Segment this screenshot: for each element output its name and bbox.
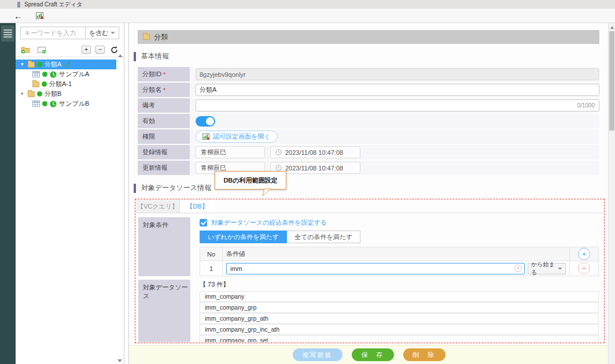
- chevron-down-icon: [558, 268, 562, 270]
- row-category-id: 分類ID *: [138, 67, 599, 81]
- field-label: 更新情報: [138, 161, 190, 175]
- list-item[interactable]: imm_company_grp_set: [200, 335, 599, 342]
- column-no: No: [200, 247, 223, 261]
- datasource-count: 【 73 件】: [200, 280, 599, 289]
- field-label: 登録情報: [138, 145, 190, 159]
- field-label: 権限: [138, 129, 190, 144]
- collapse-all-button[interactable]: −: [95, 46, 105, 54]
- back-arrow-icon[interactable]: ←: [14, 11, 23, 21]
- twisty-down-icon[interactable]: ▾: [21, 91, 25, 96]
- condition-value-input[interactable]: [226, 263, 525, 274]
- match-any-button[interactable]: いずれかの条件を満たす: [200, 231, 287, 243]
- window-title: Spread Craft エディタ: [24, 1, 82, 9]
- folder-icon: [32, 81, 39, 87]
- list-item[interactable]: imm_company: [200, 291, 599, 302]
- open-authorization-screen-button[interactable]: 認可設定画面を開く: [196, 131, 278, 143]
- clear-icon[interactable]: [514, 265, 522, 272]
- copy-new-button[interactable]: 複写新規: [293, 348, 343, 361]
- remove-condition-button[interactable]: −: [578, 262, 590, 274]
- condition-table: No 条件値 + 1: [200, 247, 599, 276]
- add-condition-button[interactable]: +: [578, 248, 590, 260]
- list-item[interactable]: imm_company_grp: [200, 302, 599, 313]
- section-title: 基本情報: [141, 51, 169, 61]
- app-icon: [17, 2, 20, 8]
- page-title: 分類: [154, 32, 168, 42]
- registered-datetime: 2023/11/08 10:47:08: [270, 146, 360, 158]
- tab-db[interactable]: 【DB】: [180, 200, 215, 213]
- tree-toolbar: + −: [16, 43, 124, 57]
- tree-node-label: 分類B: [45, 90, 61, 98]
- spreadsheet-icon[interactable]: [36, 12, 43, 19]
- tree-search-row: を含む: [20, 27, 119, 39]
- row-note: 備考 0/1000: [138, 98, 599, 113]
- spreadsheet-icon: [202, 133, 209, 140]
- grid-sheet-icon: [32, 101, 40, 107]
- category-tree: ▾ 分類A サンプルA 分類A-: [16, 60, 124, 109]
- section-title: 対象データソース情報: [141, 183, 211, 193]
- scrollbar-thumb[interactable]: [609, 31, 614, 131]
- match-all-button[interactable]: 全ての条件を満たす: [287, 231, 360, 243]
- tree-node-category-b[interactable]: ▾ 分類B: [16, 89, 116, 99]
- match-type-dropdown[interactable]: から始まる: [528, 263, 566, 274]
- list-item[interactable]: imm_company_grp_ath: [200, 313, 599, 324]
- clock-icon: [275, 165, 282, 171]
- add-category-icon[interactable]: [21, 46, 30, 54]
- status-dot-icon: [42, 101, 47, 106]
- match-mode-segmented-control: いずれかの条件を満たす 全ての条件を満たす: [200, 231, 599, 243]
- menu-hamburger-icon[interactable]: [1, 25, 14, 42]
- twisty-down-icon[interactable]: ▾: [21, 62, 25, 67]
- clock-icon: [275, 149, 282, 155]
- chevron-down-icon: [111, 32, 115, 34]
- tree-node-category-a-1[interactable]: 分類A-1: [16, 79, 116, 89]
- note-field[interactable]: [196, 99, 599, 112]
- tree-node-label: 分類A: [45, 60, 61, 69]
- registered-user: 青柳辰巳: [196, 146, 265, 158]
- main-scrollbar[interactable]: [608, 23, 615, 364]
- field-label: 分類名 *: [138, 83, 190, 97]
- match-type-value: を含む: [89, 29, 109, 38]
- char-counter: 0/1000: [577, 102, 595, 109]
- tree-node-sample-b[interactable]: サンプルB: [16, 99, 116, 109]
- row-updated: 更新情報 青柳辰巳 2023/11/08 10:47:08: [138, 161, 599, 175]
- status-dot-icon: [37, 91, 42, 96]
- scroll-up-icon[interactable]: [610, 26, 614, 29]
- folder-icon: [143, 34, 150, 40]
- pencil-icon: [64, 61, 71, 68]
- datasource-tabbar: 【VCクエリ】 【DB】: [136, 200, 603, 213]
- tree-node-category-a[interactable]: ▾ 分類A: [16, 60, 116, 69]
- match-type-select[interactable]: を含む: [86, 27, 119, 39]
- category-name-field[interactable]: [196, 84, 599, 96]
- folder-icon: [28, 91, 35, 97]
- enabled-toggle[interactable]: [196, 116, 215, 127]
- window-titlebar: Spread Craft エディタ: [0, 0, 615, 9]
- list-item[interactable]: imm_company_grp_inc_ath: [200, 324, 599, 335]
- condition-table-header: No 条件値 +: [200, 247, 599, 261]
- basic-info-form: 分類ID * 分類名 * 備考: [138, 67, 599, 175]
- expand-all-button[interactable]: +: [82, 46, 91, 54]
- required-mark: *: [163, 87, 165, 94]
- condition-block: 対象条件 対象データソースの絞込条件を設定する いずれかの条件を満たす 全ての条…: [138, 217, 599, 276]
- save-button[interactable]: 保 存: [352, 348, 394, 361]
- action-footer: 複写新規 保 存 削 除: [129, 345, 609, 364]
- filter-condition-label[interactable]: 対象データソースの絞込条件を設定する: [211, 218, 327, 227]
- section-basic-info: 基本情報: [134, 51, 169, 61]
- field-label: 有効: [138, 114, 190, 128]
- tree-node-sample-a[interactable]: サンプルA: [16, 69, 116, 79]
- row-permission: 権限 認可設定画面を開く: [138, 129, 599, 144]
- refresh-icon[interactable]: [111, 46, 118, 54]
- row-enabled: 有効: [138, 114, 599, 128]
- tree-scrollbar[interactable]: [117, 53, 123, 362]
- section-bar: [134, 52, 136, 61]
- datasource-list: imm_company imm_company_grp imm_company_…: [200, 291, 599, 342]
- search-input[interactable]: [20, 27, 86, 39]
- category-id-field: [196, 68, 599, 80]
- add-sample-icon[interactable]: [37, 46, 46, 54]
- scroll-down-icon[interactable]: [117, 359, 122, 362]
- scroll-up-icon[interactable]: [118, 54, 123, 57]
- tab-vc-query[interactable]: 【VCクエリ】: [136, 200, 180, 213]
- delete-button[interactable]: 削 除: [403, 348, 445, 361]
- status-dot-icon: [42, 81, 47, 87]
- status-dot-icon: [42, 72, 47, 77]
- page-header: 分類: [138, 30, 599, 44]
- checkbox-checked-icon[interactable]: [200, 219, 207, 226]
